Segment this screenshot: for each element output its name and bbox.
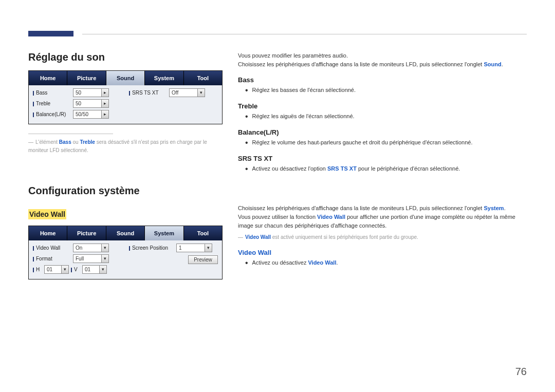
header-rule	[82, 34, 527, 34]
tab-picture[interactable]: Picture	[67, 226, 106, 240]
srs-field[interactable]: Off▾	[169, 88, 205, 97]
v-field[interactable]: 01▾	[82, 265, 107, 274]
system-paragraph-2: Vous pouvez utiliser la fonction Video W…	[238, 213, 527, 230]
chevron-right-icon[interactable]: ▸	[101, 110, 108, 118]
h-field[interactable]: 01▾	[44, 265, 69, 274]
tab-sound[interactable]: Sound	[106, 226, 145, 240]
system-intro: Choisissez les périphériques d'affichage…	[238, 204, 527, 213]
chevron-down-icon[interactable]: ▾	[99, 266, 106, 273]
sound-intro-2: Choisissez les périphériques d'affichage…	[238, 60, 527, 69]
h-label: H	[33, 267, 42, 272]
bass-label: Bass	[33, 90, 71, 96]
system-note: ―Video Wall est activé uniquement si les…	[238, 233, 527, 241]
system-ui-panel: Home Picture Sound System Tool Video Wal…	[28, 226, 223, 279]
screenpos-field[interactable]: 1▾	[176, 244, 212, 252]
heading-system: Configuration système	[28, 185, 223, 197]
chevron-down-icon[interactable]: ▾	[197, 89, 205, 97]
sound-ui-panel: Home Picture Sound System Tool Bass 50▸ …	[28, 70, 223, 124]
subheading-videowall: Video Wall	[28, 209, 66, 219]
tab-tool[interactable]: Tool	[184, 226, 222, 240]
format-label: Format	[33, 256, 71, 262]
treble-label: Treble	[33, 101, 71, 106]
chevron-right-icon[interactable]: ▸	[101, 89, 108, 97]
bass-field[interactable]: 50▸	[73, 88, 109, 97]
videowall-bullet: Activez ou désactivez Video Wall.	[245, 258, 527, 268]
treble-field[interactable]: 50▸	[73, 99, 109, 108]
tab-system[interactable]: System	[145, 71, 183, 85]
tab-tool[interactable]: Tool	[184, 71, 222, 85]
chevron-down-icon[interactable]: ▾	[61, 266, 68, 273]
videowall-field[interactable]: On▾	[73, 244, 109, 252]
srs-bullet: Activez ou désactivez l'option SRS TS XT…	[245, 164, 527, 174]
chevron-down-icon[interactable]: ▾	[101, 244, 108, 252]
page-number: 76	[515, 366, 527, 378]
bass-bullet: Réglez les basses de l'écran sélectionné…	[245, 86, 527, 95]
srs-heading: SRS TS XT	[238, 155, 527, 162]
srs-label: SRS TS XT	[129, 90, 167, 96]
header-accent	[28, 31, 73, 36]
bass-heading: Bass	[238, 76, 527, 84]
tab-home[interactable]: Home	[29, 71, 67, 85]
sound-footnote: ―L'élément Bass ou Treble sera désactivé…	[28, 138, 223, 154]
balance-bullet: Réglez le volume des haut-parleurs gauch…	[245, 138, 527, 147]
balance-label: Balance(L/R)	[33, 111, 71, 117]
sound-tabs: Home Picture Sound System Tool	[29, 71, 222, 85]
chevron-down-icon[interactable]: ▾	[101, 255, 108, 263]
balance-heading: Balance(L/R)	[238, 128, 527, 136]
preview-button[interactable]: Preview	[188, 255, 218, 264]
divider	[28, 134, 113, 134]
format-field[interactable]: Full▾	[73, 254, 109, 263]
v-label: V	[71, 267, 80, 272]
videowall-heading: Video Wall	[238, 249, 527, 256]
chevron-right-icon[interactable]: ▸	[101, 100, 108, 107]
chevron-down-icon[interactable]: ▾	[205, 244, 212, 252]
balance-field[interactable]: 50/50▸	[73, 110, 109, 119]
treble-heading: Treble	[238, 102, 527, 110]
tab-home[interactable]: Home	[29, 226, 67, 240]
screenpos-label: Screen Position	[129, 245, 174, 251]
system-tabs: Home Picture Sound System Tool	[29, 226, 222, 240]
tab-sound[interactable]: Sound	[106, 71, 145, 85]
tab-picture[interactable]: Picture	[67, 71, 106, 85]
tab-system[interactable]: System	[145, 226, 183, 240]
treble-bullet: Réglez les aiguës de l'écran sélectionné…	[245, 112, 527, 121]
videowall-label: Video Wall	[33, 245, 71, 251]
heading-sound: Réglage du son	[28, 51, 223, 63]
sound-intro-1: Vous pouvez modifier les paramètres audi…	[238, 51, 527, 60]
